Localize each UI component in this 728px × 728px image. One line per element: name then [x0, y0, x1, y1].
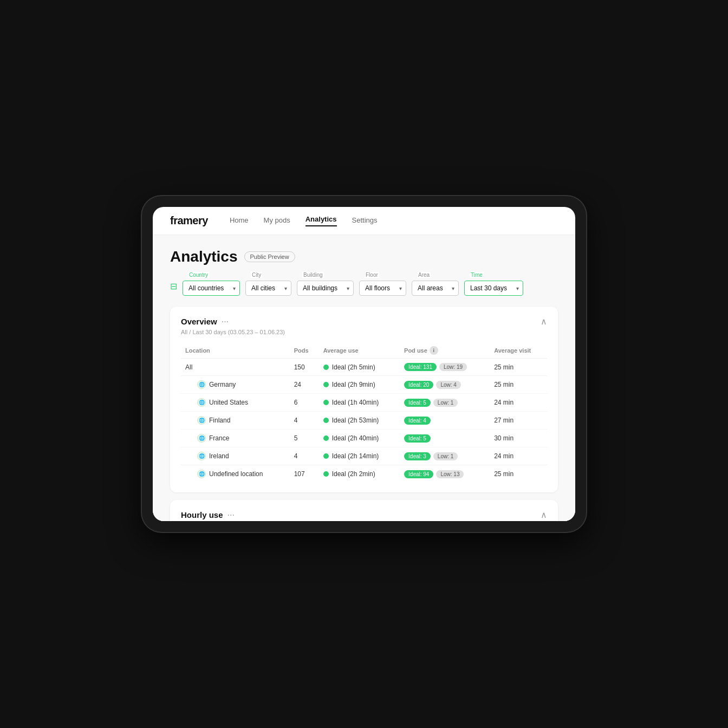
overview-title-row: Overview ···: [181, 317, 229, 327]
ideal-badge: Ideal: 5: [404, 399, 431, 407]
pod-use-cell: Ideal: 20Low: 4: [400, 376, 490, 394]
page-title: Analytics: [170, 248, 238, 265]
pod-use-cell: Ideal: 4: [400, 412, 490, 430]
average-visit-cell: 25 min: [490, 465, 547, 483]
nav-settings[interactable]: Settings: [352, 216, 378, 226]
location-cell: 🌐Ireland: [181, 447, 290, 465]
hourly-use-card-header: Hourly use ··· ∧: [181, 510, 547, 520]
location-cell: 🌐Finland: [181, 412, 290, 430]
nav-links: Home My pods Analytics Settings: [230, 215, 378, 226]
pod-use-info-icon[interactable]: i: [430, 346, 438, 355]
city-select[interactable]: All cities: [245, 281, 291, 296]
floor-select[interactable]: All floors: [359, 281, 406, 296]
location-cell: All: [181, 359, 290, 376]
status-dot: [323, 400, 329, 405]
floor-filter-label: Floor: [365, 272, 379, 278]
average-use-cell: Ideal (2h 53min): [319, 412, 400, 430]
time-select[interactable]: Last 30 days: [464, 281, 523, 296]
building-select[interactable]: All buildings: [297, 281, 354, 296]
hourly-use-card: Hourly use ··· ∧ All / Last 30 days (03.…: [170, 500, 558, 521]
average-visit-cell: 27 min: [490, 412, 547, 430]
average-visit-cell: 24 min: [490, 394, 547, 412]
table-row: 🌐Undefined location107Ideal (2h 2min)Ide…: [181, 465, 547, 483]
filter-icon: ⊟: [170, 281, 177, 291]
main-content: Analytics Public Preview ⊟ Country All c…: [153, 235, 575, 521]
overview-table: Location Pods Average use Pod use i Aver…: [181, 343, 547, 483]
hourly-menu-button[interactable]: ···: [227, 510, 235, 520]
nav-analytics[interactable]: Analytics: [306, 215, 337, 226]
average-visit-cell: 25 min: [490, 376, 547, 394]
filters-row: ⊟ Country All countries City All: [170, 276, 558, 296]
average-visit-cell: 30 min: [490, 430, 547, 447]
globe-icon: 🌐: [197, 452, 206, 460]
table-row: 🌐Germany24Ideal (2h 9min)Ideal: 20Low: 4…: [181, 376, 547, 394]
low-badge: Low: 1: [433, 399, 458, 407]
country-filter-label: Country: [188, 272, 209, 278]
hourly-collapse-button[interactable]: ∧: [541, 510, 547, 520]
table-row: 🌐Finland4Ideal (2h 53min)Ideal: 427 min: [181, 412, 547, 430]
building-filter-label: Building: [302, 272, 324, 278]
col-avg-visit: Average visit: [490, 343, 547, 359]
status-dot: [323, 435, 329, 441]
overview-menu-button[interactable]: ···: [222, 317, 229, 327]
location-cell: 🌐France: [181, 430, 290, 447]
low-badge: Low: 1: [433, 452, 458, 460]
ideal-badge: Ideal: 3: [404, 452, 431, 460]
col-pod-use: Pod use i: [400, 343, 490, 359]
top-navigation: framery Home My pods Analytics Settings: [153, 207, 575, 235]
overview-collapse-button[interactable]: ∧: [541, 316, 547, 327]
pods-cell: 150: [290, 359, 319, 376]
floor-filter[interactable]: Floor All floors: [359, 276, 406, 296]
time-filter[interactable]: Time Last 30 days: [464, 276, 523, 296]
overview-card-header: Overview ··· ∧: [181, 316, 547, 327]
pod-use-cell: Ideal: 5: [400, 430, 490, 447]
city-filter[interactable]: City All cities: [245, 276, 291, 296]
pods-cell: 5: [290, 430, 319, 447]
location-cell: 🌐Germany: [181, 376, 290, 394]
ideal-badge: Ideal: 5: [404, 434, 431, 443]
low-badge: Low: 13: [436, 470, 464, 478]
location-cell: 🌐Undefined location: [181, 465, 290, 483]
tablet-screen: framery Home My pods Analytics Settings …: [153, 207, 575, 521]
average-use-cell: Ideal (2h 2min): [319, 465, 400, 483]
country-select[interactable]: All countries: [183, 281, 240, 296]
globe-icon: 🌐: [197, 470, 206, 478]
col-average-use: Average use: [319, 343, 400, 359]
ideal-badge: Ideal: 20: [404, 381, 433, 389]
col-location: Location: [181, 343, 290, 359]
pod-use-cell: Ideal: 5Low: 1: [400, 394, 490, 412]
average-use-cell: Ideal (2h 9min): [319, 376, 400, 394]
nav-mypods[interactable]: My pods: [264, 216, 290, 226]
ideal-badge: Ideal: 94: [404, 470, 433, 478]
ideal-badge: Ideal: 4: [404, 417, 431, 425]
app-logo: framery: [170, 214, 208, 227]
table-row: 🌐France5Ideal (2h 40min)Ideal: 530 min: [181, 430, 547, 447]
area-filter[interactable]: Area All areas: [412, 276, 459, 296]
ideal-badge: Ideal: 131: [404, 363, 437, 371]
average-use-cell: Ideal (1h 40min): [319, 394, 400, 412]
status-dot: [323, 382, 329, 387]
table-row: 🌐Ireland4Ideal (2h 14min)Ideal: 3Low: 12…: [181, 447, 547, 465]
table-row: 🌐United States6Ideal (1h 40min)Ideal: 5L…: [181, 394, 547, 412]
overview-subtitle: All / Last 30 days (03.05.23 – 01.06.23): [181, 329, 547, 335]
pod-use-cell: Ideal: 3Low: 1: [400, 447, 490, 465]
globe-icon: 🌐: [197, 434, 206, 443]
overview-title: Overview: [181, 317, 217, 326]
col-pods: Pods: [290, 343, 319, 359]
pods-cell: 4: [290, 412, 319, 430]
building-filter[interactable]: Building All buildings: [297, 276, 354, 296]
pods-cell: 107: [290, 465, 319, 483]
average-use-cell: Ideal (2h 40min): [319, 430, 400, 447]
low-badge: Low: 4: [436, 381, 460, 389]
city-filter-label: City: [251, 272, 262, 278]
globe-icon: 🌐: [197, 398, 206, 407]
average-visit-cell: 25 min: [490, 359, 547, 376]
area-select[interactable]: All areas: [412, 281, 459, 296]
nav-home[interactable]: Home: [230, 216, 249, 226]
average-visit-cell: 24 min: [490, 447, 547, 465]
hourly-use-title: Hourly use: [181, 510, 223, 519]
page-header: Analytics Public Preview: [170, 248, 558, 265]
country-filter[interactable]: Country All countries: [183, 276, 240, 296]
globe-icon: 🌐: [197, 380, 206, 389]
pods-cell: 4: [290, 447, 319, 465]
